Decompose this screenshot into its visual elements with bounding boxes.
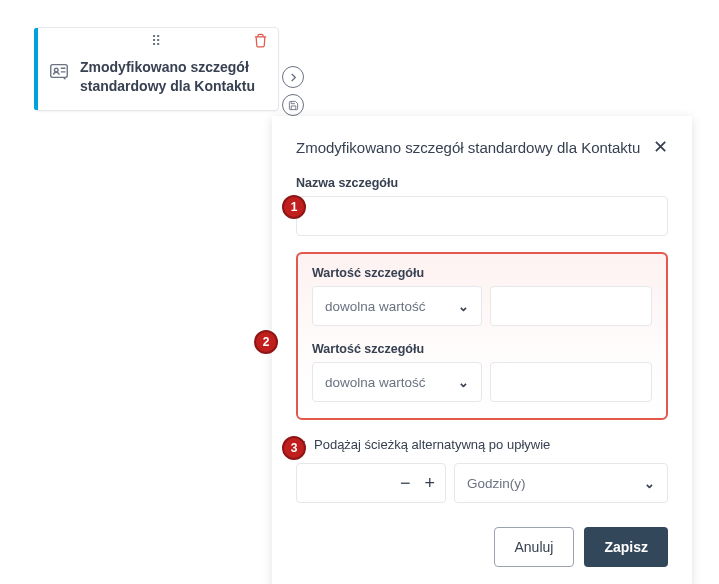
card-title: Zmodyfikowano szczegół standardowy dla K… bbox=[80, 58, 266, 96]
svg-rect-0 bbox=[51, 65, 68, 78]
drag-handle-icon[interactable]: ⠿ bbox=[151, 33, 163, 49]
annotation-badge-2: 2 bbox=[254, 330, 278, 354]
detail-value-section-1: Wartość szczegółu dowolna wartość ⌄ bbox=[312, 266, 652, 326]
panel-footer: Anuluj Zapisz bbox=[296, 527, 668, 567]
annotation-badge-1: 1 bbox=[282, 195, 306, 219]
duration-stepper[interactable]: − + bbox=[296, 463, 446, 503]
card-body: Zmodyfikowano szczegół standardowy dla K… bbox=[36, 54, 278, 110]
detail-value-select-1[interactable]: dowolna wartość ⌄ bbox=[312, 286, 482, 326]
save-step-button[interactable] bbox=[282, 94, 304, 116]
contact-detail-icon bbox=[48, 60, 70, 82]
detail-name-field: Nazwa szczegółu bbox=[296, 176, 668, 236]
detail-value-section-2: Wartość szczegółu dowolna wartość ⌄ bbox=[312, 342, 652, 402]
plus-button[interactable]: + bbox=[424, 473, 435, 494]
select-text: dowolna wartość bbox=[325, 299, 426, 314]
panel-header: Zmodyfikowano szczegół standardowy dla K… bbox=[296, 136, 668, 158]
cancel-button[interactable]: Anuluj bbox=[494, 527, 575, 567]
save-button[interactable]: Zapisz bbox=[584, 527, 668, 567]
alt-path-row: ⧖ Podążaj ścieżką alternatywną po upływi… bbox=[296, 436, 668, 453]
expand-button[interactable] bbox=[282, 66, 304, 88]
detail-name-label: Nazwa szczegółu bbox=[296, 176, 668, 190]
config-panel: Zmodyfikowano szczegół standardowy dla K… bbox=[272, 116, 692, 584]
detail-value-label-2: Wartość szczegółu bbox=[312, 342, 652, 356]
chevron-down-icon: ⌄ bbox=[458, 299, 469, 314]
detail-value-select-2[interactable]: dowolna wartość ⌄ bbox=[312, 362, 482, 402]
svg-point-1 bbox=[54, 68, 58, 72]
unit-text: Godzin(y) bbox=[467, 476, 526, 491]
detail-value-input-2[interactable] bbox=[490, 362, 652, 402]
panel-title: Zmodyfikowano szczegół standardowy dla K… bbox=[296, 139, 640, 156]
time-row: − + Godzin(y) ⌄ bbox=[296, 463, 668, 503]
select-text: dowolna wartość bbox=[325, 375, 426, 390]
delete-icon[interactable] bbox=[253, 33, 268, 51]
detail-name-input[interactable] bbox=[296, 196, 668, 236]
annotation-badge-3: 3 bbox=[282, 436, 306, 460]
unit-select[interactable]: Godzin(y) ⌄ bbox=[454, 463, 668, 503]
chevron-down-icon: ⌄ bbox=[644, 476, 655, 491]
minus-button[interactable]: − bbox=[400, 473, 411, 494]
detail-value-highlight: Wartość szczegółu dowolna wartość ⌄ Wart… bbox=[296, 252, 668, 420]
chevron-down-icon: ⌄ bbox=[458, 375, 469, 390]
card-toolbar: ⠿ bbox=[36, 28, 278, 54]
detail-value-input-1[interactable] bbox=[490, 286, 652, 326]
close-icon[interactable]: ✕ bbox=[653, 136, 668, 158]
card-side-actions bbox=[282, 66, 304, 116]
alt-path-label: Podążaj ścieżką alternatywną po upływie bbox=[314, 437, 550, 452]
detail-value-label-1: Wartość szczegółu bbox=[312, 266, 652, 280]
workflow-step-card[interactable]: ⠿ Zmodyfikowano szczegół standardowy dla… bbox=[35, 27, 279, 111]
